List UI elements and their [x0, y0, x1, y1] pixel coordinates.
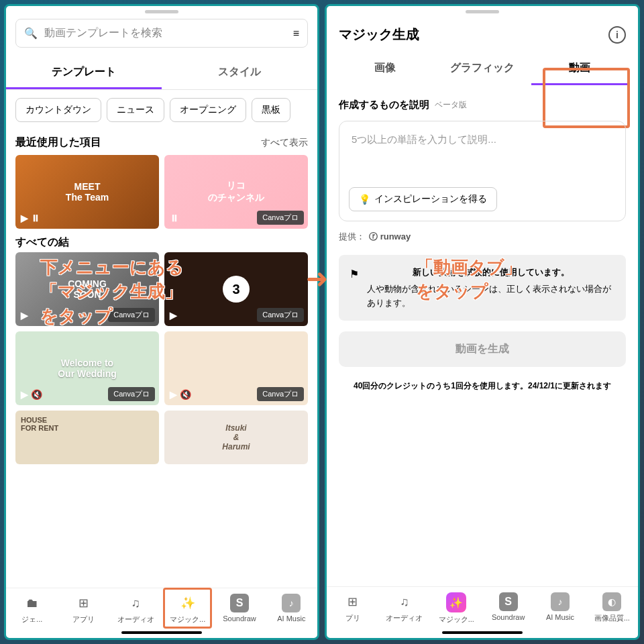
card-title: HOUSE FOR RENT — [21, 416, 58, 432]
left-phone: 🔍 動画テンプレートを検索 ≡ テンプレート スタイル カウントダウン ニュース… — [4, 4, 319, 640]
prompt-input[interactable]: 5つ以上の単語を入力して説明... 💡 インスピレーションを得る — [339, 121, 626, 221]
magic-icon: ✨ — [178, 594, 197, 612]
pro-badge: Canvaプロ — [257, 387, 304, 401]
warn-title: 新しい技術を試験的に使用しています。 — [367, 266, 615, 280]
inspiration-button[interactable]: 💡 インスピレーションを得る — [349, 187, 497, 211]
nav-audio[interactable]: ♫オーディオ — [110, 591, 162, 627]
nav-audio[interactable]: ♫オーディオ — [378, 590, 430, 627]
folder-icon: 🖿 — [23, 594, 42, 612]
flag-icon: ⚑ — [350, 266, 359, 310]
page-title: マジック生成 — [339, 25, 419, 44]
template-card[interactable]: Itsuki & Harumi — [164, 411, 308, 464]
soundraw-icon: S — [499, 592, 518, 611]
generate-button[interactable]: 動画を生成 — [339, 331, 626, 367]
pro-badge: Canvaプロ — [108, 387, 155, 401]
nav-soundraw[interactable]: SSoundraw — [213, 591, 265, 627]
section-header-recent: 最近使用した項目 すべて表示 — [6, 130, 317, 155]
music-icon: ♫ — [126, 594, 145, 612]
template-tabs: テンプレート スタイル — [6, 57, 317, 90]
beta-badge: ベータ版 — [435, 99, 467, 111]
play-icon: ▶ — [21, 310, 28, 321]
chip[interactable]: 黒板 — [252, 98, 290, 122]
tab-graphic[interactable]: グラフィック — [433, 53, 531, 85]
template-card[interactable]: MEET The Team ▶ ⏸ — [15, 155, 159, 229]
bottom-nav: 🖿ジェ... ⊞アプリ ♫オーディオ ✨マジック... SSoundraw ♪A… — [6, 588, 317, 629]
card-title: リコ のチャンネル — [208, 180, 264, 204]
play-icon: ▶ — [170, 310, 177, 321]
home-indicator — [442, 631, 523, 634]
tab-template[interactable]: テンプレート — [6, 57, 162, 89]
template-card[interactable]: 3 ▶ Canvaプロ — [164, 252, 308, 326]
template-card[interactable]: HOUSE FOR RENT — [15, 411, 159, 464]
nav-soundraw[interactable]: SSoundraw — [482, 590, 534, 627]
notch — [466, 10, 499, 13]
play-icon: ▶ ⏸ — [21, 213, 40, 223]
bulb-icon: 💡 — [359, 194, 370, 205]
countdown-number: 3 — [223, 276, 250, 303]
info-icon[interactable]: i — [608, 26, 626, 44]
template-card[interactable]: Welcome to Our Wedding ▶ 🔇 Canvaプロ — [15, 331, 159, 405]
describe-label: 作成するものを説明 ベータ版 — [327, 85, 638, 118]
provider-row: 提供： ⓡ runway — [327, 221, 638, 252]
play-icon: ▶ 🔇 — [21, 389, 42, 400]
prompt-placeholder: 5つ以上の単語を入力して説明... — [352, 133, 496, 145]
nav-magic[interactable]: ✨マジック... — [162, 591, 213, 627]
nav-apps[interactable]: ⊞プリ — [327, 590, 378, 627]
show-all-link[interactable]: すべて表示 — [261, 137, 308, 149]
aimusic-icon: ♪ — [282, 594, 301, 612]
warn-body: 人や動物が含まれているシーンは、正しく表示されない場合があります。 — [367, 282, 615, 311]
header: マジック生成 i — [327, 19, 638, 53]
card-title: MEET The Team — [66, 181, 109, 203]
home-indicator — [121, 631, 202, 634]
chip[interactable]: オープニング — [170, 98, 246, 122]
nav-aimusic[interactable]: ♪AI Music — [266, 591, 317, 627]
template-card[interactable]: ▶ 🔇 Canvaプロ — [164, 331, 308, 405]
nav-magic[interactable]: ✨マジック... — [431, 590, 482, 627]
warning-box: ⚑ 新しい技術を試験的に使用しています。 人や動物が含まれているシーンは、正しく… — [339, 255, 626, 321]
search-bar[interactable]: 🔍 動画テンプレートを検索 ≡ — [15, 19, 308, 48]
play-icon: ▶ 🔇 — [170, 389, 191, 400]
music-icon: ♫ — [395, 592, 414, 611]
card-title: COMING SOON — [68, 278, 107, 300]
arrow-icon: ➜ — [306, 263, 329, 294]
chip-row: カウントダウン ニュース オープニング 黒板 — [6, 90, 317, 130]
right-phone: マジック生成 i 画像 グラフィック 動画 作成するものを説明 ベータ版 5つ以… — [325, 4, 640, 640]
nav-apps[interactable]: ⊞アプリ — [58, 591, 109, 627]
chip[interactable]: カウントダウン — [15, 98, 101, 122]
pro-badge: Canvaプロ — [257, 308, 304, 322]
pro-badge: Canvaプロ — [257, 211, 304, 225]
card-title: Itsuki & Harumi — [222, 423, 250, 451]
tab-video[interactable]: 動画 — [531, 53, 629, 85]
magic-icon: ✨ — [446, 592, 466, 612]
nav-generate[interactable]: 🖿ジェ... — [6, 591, 58, 627]
recent-label: 最近使用した項目 — [15, 136, 101, 150]
search-placeholder: 動画テンプレートを検索 — [44, 26, 286, 40]
aimusic-icon: ♪ — [551, 592, 570, 611]
chip[interactable]: ニュース — [107, 98, 164, 122]
nav-aimusic[interactable]: ♪AI Music — [534, 590, 586, 627]
apps-icon: ⊞ — [74, 594, 93, 612]
nav-quality[interactable]: ◐画像品質... — [586, 590, 638, 627]
filter-icon[interactable]: ≡ — [293, 28, 299, 40]
credit-text: 40回分のクレジットのうち1回分を使用します。24/12/1に更新されます — [327, 375, 638, 397]
recent-grid: MEET The Team ▶ ⏸ リコ のチャンネル ⏸ Canvaプロ — [6, 155, 317, 235]
all-grid: COMING SOON ▶ Canvaプロ 3 ▶ Canvaプロ Welcom… — [6, 252, 317, 471]
section-header-all: すべての結 — [6, 235, 317, 252]
gen-tabs: 画像 グラフィック 動画 — [336, 53, 629, 85]
template-card[interactable]: COMING SOON ▶ Canvaプロ — [15, 252, 159, 326]
tab-style[interactable]: スタイル — [162, 57, 317, 89]
pause-icon: ⏸ — [170, 213, 179, 223]
template-card[interactable]: リコ のチャンネル ⏸ Canvaプロ — [164, 155, 308, 229]
apps-icon: ⊞ — [343, 592, 362, 611]
bottom-nav: ⊞プリ ♫オーディオ ✨マジック... SSoundraw ♪AI Music … — [327, 586, 638, 629]
card-title: Welcome to Our Wedding — [58, 358, 117, 379]
tab-image[interactable]: 画像 — [336, 53, 433, 85]
quality-icon: ◐ — [602, 592, 621, 611]
pro-badge: Canvaプロ — [108, 308, 155, 322]
provider-name: ⓡ runway — [369, 231, 411, 243]
notch — [145, 10, 178, 13]
search-icon: 🔍 — [24, 27, 38, 40]
soundraw-icon: S — [230, 594, 249, 612]
